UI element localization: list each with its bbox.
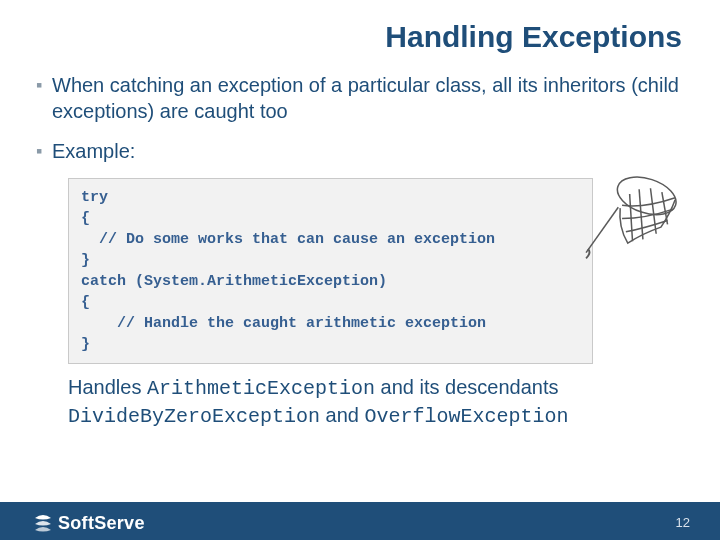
bullet-item: ▪ Example:	[36, 138, 684, 164]
bullet-marker: ▪	[36, 72, 52, 124]
code-inline: OverflowException	[365, 405, 569, 428]
footer-bar: SoftServe 12	[0, 504, 720, 540]
text: and	[320, 404, 364, 426]
bullet-item: ▪ When catching an exception of a partic…	[36, 72, 684, 124]
text: Handles	[68, 376, 147, 398]
trailing-explainer: Handles ArithmeticException and its desc…	[68, 374, 684, 430]
svg-point-0	[613, 175, 681, 221]
logo-text: SoftServe	[58, 513, 145, 534]
net-illustration	[580, 175, 685, 265]
page-number: 12	[676, 515, 690, 530]
code-block: try { // Do some works that can cause an…	[68, 178, 593, 364]
code-inline: ArithmeticException	[147, 377, 375, 400]
code-inline: DivideByZeroException	[68, 405, 320, 428]
logo-icon	[32, 512, 54, 534]
logo: SoftServe	[32, 512, 145, 534]
bullet-marker: ▪	[36, 138, 52, 164]
slide-title: Handling Exceptions	[0, 0, 720, 54]
text: and its descendants	[375, 376, 558, 398]
bullet-text: Example:	[52, 138, 135, 164]
bullet-text: When catching an exception of a particul…	[52, 72, 684, 124]
